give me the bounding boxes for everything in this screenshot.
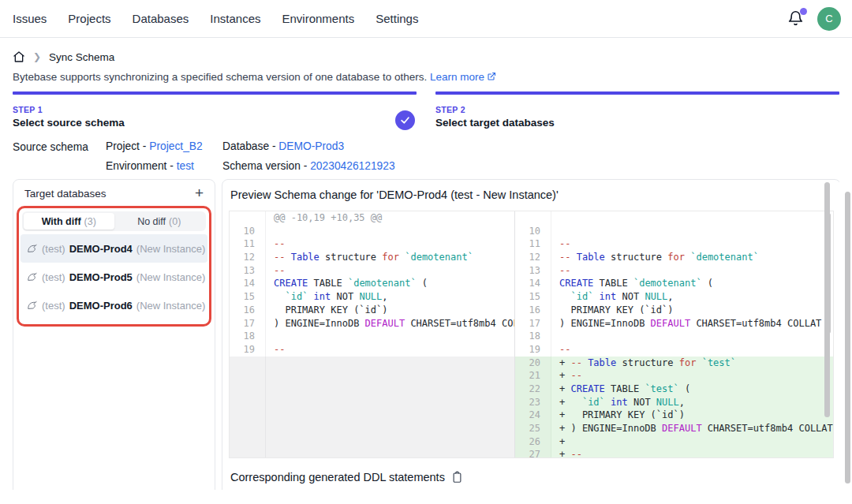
nav-right: C [787,7,841,31]
preview-panel: Preview Schema change for 'DEMO-Prod4 (t… [222,179,839,490]
database-item-demo-prod4[interactable]: (test)DEMO-Prod4(New Instance) [21,234,207,263]
token [605,397,611,408]
token: CHARSET=utf8mb4 COLLAT [690,318,821,329]
diff-line-number: 15 [230,290,266,304]
diff-line-number: 22 [515,383,551,396]
sync-schema-page: IssuesProjectsDatabasesInstancesEnvironm… [0,0,852,504]
token: ) ENGINE=InnoDB [274,318,365,329]
diff-line-code: `id` int NOT NULL, [551,290,674,304]
diff-line-number: 16 [515,304,551,317]
copy-ddl-button[interactable] [451,471,463,483]
tab-with-diff[interactable]: With diff(3) [24,213,114,230]
tab-label: No diff [137,216,166,227]
token: CHARSET=utf8mb4 COLLAT [405,318,514,329]
home-icon[interactable] [13,50,25,63]
notification-dot [800,8,807,15]
target-database-list: (test)DEMO-Prod4(New Instance)(test)DEMO… [21,234,207,319]
ddl-statements-title: Corresponding generated DDL statements [230,471,445,483]
diff-line: 19-- [515,343,833,357]
intro-description: Bytebase supports synchronizing a specif… [13,71,427,83]
mysql-icon [27,271,38,282]
database-item-demo-prod6[interactable]: (test)DEMO-Prod6(New Instance) [21,291,207,319]
diff-line-number: 25 [515,422,551,435]
notification-bell-button[interactable] [787,10,805,28]
diff-gutter [230,211,266,225]
tab-label: With diff [42,216,81,227]
diff-line-number: 11 [515,237,551,251]
token: NOT [616,291,645,302]
token: NULL [656,397,679,408]
token [274,291,285,302]
source-field-database-link[interactable]: DEMO-Prod3 [278,140,344,152]
step-2: STEP 2 Select target databases [435,91,839,129]
token: + [559,383,570,394]
token: Table [291,252,320,263]
nav-item-settings[interactable]: Settings [376,12,418,25]
diff-line-number: 19 [515,343,551,357]
token: NULL [359,291,382,302]
window-scrollbar[interactable] [845,192,850,483]
token: for [667,252,685,263]
source-field-environment-link[interactable]: test [177,160,194,172]
nav-item-issues[interactable]: Issues [13,12,47,25]
token: Table [588,357,616,368]
top-nav: IssuesProjectsDatabasesInstancesEnvironm… [0,0,852,38]
page-title: Sync Schema [49,51,114,63]
content-scrollbar[interactable] [824,182,830,417]
diff-line-code: + ) ENGINE=InnoDB DEFAULT CHARSET=utf8mb… [551,422,833,435]
nav-item-projects[interactable]: Projects [68,12,110,25]
learn-more-link[interactable]: Learn more [430,71,484,83]
token: structure [605,252,667,263]
source-field-project-link[interactable]: Project_B2 [149,140,203,152]
intro-text: Bytebase supports synchronizing a specif… [13,71,839,83]
diff-line: 14CREATE TABLE `demotenant` ( [515,277,833,290]
diff-line: 16 PRIMARY KEY (`id`) [515,304,833,317]
diff-hunk-header-row [515,211,833,225]
preview-title: Preview Schema change for 'DEMO-Prod4 (t… [230,189,834,201]
diff-line-code: PRIMARY KEY (`id`) [266,304,388,317]
diff-line-code: -- [551,237,570,251]
token: , [679,397,685,408]
diff-line-code: -- [551,264,570,278]
nav-item-instances[interactable]: Instances [210,12,260,25]
add-target-database-button[interactable]: + [195,187,204,200]
token [308,291,313,302]
step-2-label: Select target databases [435,117,839,129]
database-environment: (test) [42,300,65,312]
step-1: STEP 1 Select source schema [13,91,417,129]
diff-line: 12-- Table structure for `demotenant` [230,251,514,264]
token: `id` [570,291,593,302]
diff-line-number: 11 [230,237,266,251]
main-content: Target databases + With diff(3)No diff(0… [13,179,839,490]
target-databases-panel: Target databases + With diff(3)No diff(0… [13,179,215,490]
nav-item-databases[interactable]: Databases [133,12,189,25]
step-2-bar [435,91,839,95]
nav-item-environments[interactable]: Environments [282,12,354,25]
token: ) ENGINE=InnoDB [559,318,651,329]
token: for [382,252,399,263]
database-note: (New Instance) [136,271,205,283]
database-name: DEMO-Prod5 [69,271,133,283]
token: TABLE [593,278,633,289]
token: + [559,397,582,408]
diff-line-code: + -- Table structure for `test` [551,357,736,370]
database-item-demo-prod5[interactable]: (test)DEMO-Prod5(New Instance) [21,263,207,291]
token: + [559,449,570,457]
diff-line: 17) ENGINE=InnoDB DEFAULT CHARSET=utf8mb… [515,317,833,330]
token: ( [702,278,713,289]
diff-line-number: 24 [515,409,551,422]
diff-gutter [515,211,551,225]
diff-filler-code [266,357,514,457]
source-field-schema-version-link[interactable]: 20230426121923 [310,160,394,172]
tab-no-diff[interactable]: No diff(0) [114,213,205,230]
diff-line-number: 14 [230,277,266,290]
diff-line-number: 14 [515,277,551,290]
diff-line: 17) ENGINE=InnoDB DEFAULT CHARSET=utf8mb… [230,317,514,330]
database-name: DEMO-Prod4 [69,243,133,255]
schema-diff-editor[interactable]: @@ -10,19 +10,35 @@1011--12-- Table stru… [229,211,834,458]
chevron-right-icon: ❯ [33,51,41,62]
token: -- [274,238,285,249]
source-field-database: Database - DEMO-Prod3 [222,140,395,152]
avatar[interactable]: C [817,7,841,31]
token: NOT [628,397,656,408]
